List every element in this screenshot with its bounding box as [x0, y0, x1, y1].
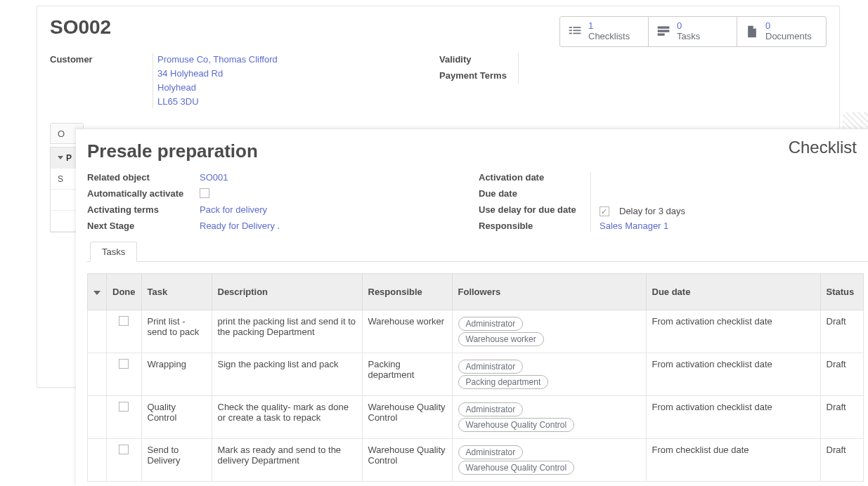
payment-terms-label: Payment Terms — [439, 69, 510, 81]
follower-tag[interactable]: Warehouse Quality Control — [458, 418, 575, 432]
stat-checklists-label: Checklists — [588, 32, 630, 42]
done-checkbox[interactable] — [119, 316, 129, 326]
due-date-cell: From checklist due date — [646, 438, 820, 481]
row-handle[interactable] — [88, 353, 107, 395]
checklist-panel: Checklist Presale preparation Related ob… — [76, 129, 868, 486]
checklist-tabs: Tasks — [87, 241, 868, 262]
customer-line-4: LL65 3DU — [157, 95, 278, 109]
table-row[interactable]: WrappingSign the packing list and packPa… — [88, 353, 864, 395]
done-cell — [107, 310, 142, 353]
col-followers[interactable]: Followers — [452, 273, 646, 310]
checklist-name: Presale preparation — [87, 140, 868, 162]
followers-cell: AdministratorWarehouse Quality Control — [452, 438, 646, 481]
use-delay-checkbox[interactable] — [600, 206, 609, 216]
main-tab-partial-text: O — [58, 129, 65, 139]
col-responsible[interactable]: Responsible — [362, 273, 452, 310]
svg-rect-2 — [569, 33, 572, 34]
responsible-cell: Warehouse Quality Control — [362, 395, 452, 438]
use-delay-label: Use delay for due date — [479, 204, 583, 216]
description-cell: Check the quality- mark as done or creat… — [212, 395, 362, 438]
stat-tasks-count: 0 — [677, 21, 700, 32]
customer-line-1: Promuse Co, Thomas Clifford — [157, 53, 278, 67]
svg-rect-5 — [574, 33, 581, 34]
follower-tag[interactable]: Administrator — [458, 445, 524, 459]
status-cell: Draft — [820, 310, 864, 353]
done-checkbox[interactable] — [119, 402, 129, 412]
stat-checklists-button[interactable]: 1 Checklists — [560, 17, 649, 46]
col-sort[interactable] — [88, 273, 107, 310]
follower-tag[interactable]: Warehouse Quality Control — [458, 461, 575, 475]
follower-tag[interactable]: Administrator — [458, 402, 524, 416]
tab-tasks[interactable]: Tasks — [90, 242, 137, 262]
due-date-cell: From activation checklist date — [646, 310, 820, 353]
customer-value[interactable]: Promuse Co, Thomas Clifford 34 Holyhead … — [153, 53, 278, 110]
due-date-cell: From activation checklist date — [646, 353, 820, 395]
stat-documents-button[interactable]: 0 Documents — [737, 17, 826, 46]
done-checkbox[interactable] — [119, 359, 129, 369]
done-cell — [107, 395, 142, 438]
stat-tasks-button[interactable]: 0 Tasks — [649, 17, 737, 46]
next-stage-label: Next Stage — [87, 221, 200, 232]
done-checkbox[interactable] — [119, 445, 129, 454]
follower-tag[interactable]: Warehouse worker — [458, 332, 544, 346]
followers-cell: AdministratorPacking department — [452, 353, 646, 395]
row-handle[interactable] — [88, 438, 107, 481]
due-date-label: Due date — [479, 188, 583, 200]
svg-rect-4 — [574, 29, 581, 31]
description-cell: Sign the packing list and pack — [212, 353, 362, 395]
follower-tag[interactable]: Administrator — [458, 360, 524, 374]
followers-cell: AdministratorWarehouse Quality Control — [452, 395, 646, 438]
col-due-date[interactable]: Due date — [646, 273, 820, 310]
validity-label: Validity — [439, 53, 510, 65]
row-handle[interactable] — [88, 310, 107, 353]
svg-rect-8 — [658, 33, 665, 35]
svg-rect-6 — [658, 26, 670, 28]
col-description[interactable]: Description — [212, 273, 362, 310]
status-cell: Draft — [820, 353, 864, 395]
status-cell: Draft — [820, 395, 864, 438]
responsible-value[interactable]: Sales Manager 1 — [600, 221, 668, 231]
activating-terms-label: Activating terms — [87, 204, 200, 216]
status-cell: Draft — [820, 438, 864, 481]
task-table: Done Task Description Responsible Follow… — [87, 273, 864, 482]
responsible-cell: Packing department — [362, 353, 452, 395]
task-cell: Send to Delivery — [141, 438, 212, 481]
col-done[interactable]: Done — [107, 273, 142, 310]
tasks-icon — [656, 25, 671, 39]
stat-documents-label: Documents — [765, 32, 812, 42]
col-status[interactable]: Status — [820, 273, 864, 310]
done-cell — [107, 353, 142, 395]
svg-rect-7 — [658, 29, 670, 32]
customer-label: Customer — [50, 53, 157, 110]
responsible-cell: Warehouse worker — [362, 310, 452, 353]
row-handle[interactable] — [88, 395, 107, 438]
customer-line-2: 34 Holyhead Rd — [157, 67, 278, 81]
follower-tag[interactable]: Packing department — [458, 375, 549, 389]
related-object-value[interactable]: SO001 — [200, 172, 228, 183]
activating-terms-value[interactable]: Pack for delivery — [200, 204, 267, 215]
table-row[interactable]: Send to DeliveryMark as ready and send t… — [88, 438, 864, 481]
activation-date-label: Activation date — [479, 172, 583, 184]
stat-tasks-label: Tasks — [677, 32, 700, 42]
next-stage-value[interactable]: Ready for Delivery . — [200, 221, 280, 231]
task-cell: Wrapping — [141, 353, 212, 395]
due-date-cell: From activation checklist date — [646, 395, 820, 438]
follower-tag[interactable]: Administrator — [458, 317, 524, 331]
table-row[interactable]: Quality ControlCheck the quality- mark a… — [88, 395, 864, 438]
responsible-label: Responsible — [479, 221, 583, 232]
related-object-label: Related object — [87, 172, 200, 184]
customer-line-3: Holyhead — [157, 81, 278, 95]
auto-activate-checkbox[interactable] — [200, 188, 209, 198]
table-row[interactable]: Print list - send to packprint the packi… — [88, 310, 864, 353]
delay-text: Delay for 3 days — [619, 206, 685, 216]
svg-rect-0 — [569, 27, 572, 28]
auto-activate-label: Automatically activate — [87, 188, 200, 200]
svg-rect-1 — [569, 29, 572, 31]
responsible-cell: Warehouse Quality Control — [362, 438, 452, 481]
page-title: SO002 — [50, 16, 111, 39]
followers-cell: AdministratorWarehouse worker — [452, 310, 646, 353]
done-cell — [107, 438, 142, 481]
col-task[interactable]: Task — [141, 273, 212, 310]
stat-checklists-count: 1 — [588, 21, 630, 32]
svg-rect-3 — [574, 27, 581, 28]
